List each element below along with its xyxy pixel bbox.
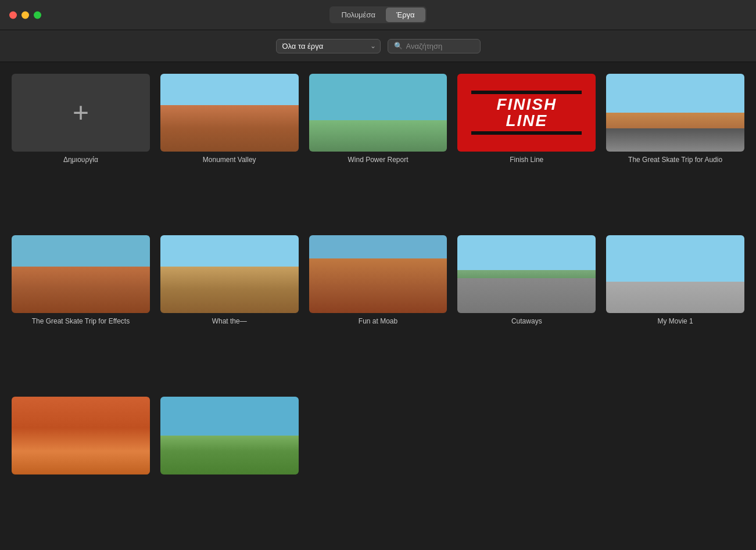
- project-thumb: [160, 235, 299, 313]
- thumb-image: [12, 235, 150, 313]
- project-great-skate-audio[interactable]: The Great Skate Trip for Audio: [606, 74, 744, 224]
- project-label: The Great Skate Trip for Effects: [32, 317, 130, 325]
- titlebar: Πολυμέσα Έργα: [0, 0, 756, 30]
- thumb-image: [457, 235, 596, 313]
- project-thumb: [606, 235, 744, 313]
- project-thumb: [160, 74, 299, 152]
- close-button[interactable]: [9, 11, 17, 19]
- project-wind-power[interactable]: Wind Power Report: [309, 74, 447, 224]
- project-thumb: [309, 235, 447, 313]
- project-what-the[interactable]: What the—: [160, 235, 299, 385]
- project-my-movie-1[interactable]: My Movie 1: [606, 235, 744, 385]
- new-project-thumb: +: [12, 74, 150, 152]
- project-label: The Great Skate Trip for Audio: [628, 156, 722, 164]
- maximize-button[interactable]: [34, 11, 41, 19]
- minimize-button[interactable]: [22, 11, 29, 19]
- project-monument-valley[interactable]: Monument Valley: [160, 74, 299, 224]
- thumb-image: FINISH LINE: [457, 74, 596, 152]
- thumb-image: [309, 235, 447, 313]
- traffic-lights: [9, 11, 41, 19]
- filter-wrapper: Όλα τα έργα: [276, 39, 381, 53]
- project-thumb: [309, 74, 447, 152]
- tab-group: Πολυμέσα Έργα: [329, 6, 426, 23]
- project-great-skate-effects[interactable]: The Great Skate Trip for Effects: [12, 235, 150, 385]
- project-label: Monument Valley: [203, 156, 256, 164]
- project-hikers[interactable]: [160, 397, 299, 538]
- tab-projects[interactable]: Έργα: [386, 8, 425, 22]
- search-box: 🔍: [388, 39, 481, 53]
- project-thumb: [160, 397, 299, 474]
- thumb-image: [12, 397, 150, 474]
- project-fun-at-moab[interactable]: Fun at Moab: [309, 235, 447, 385]
- project-thumb: [457, 235, 596, 313]
- thumb-image: [160, 74, 299, 152]
- plus-icon: +: [73, 99, 89, 127]
- project-label: My Movie 1: [657, 317, 693, 325]
- project-label: Cutaways: [511, 317, 542, 325]
- project-sculpture[interactable]: [12, 397, 150, 538]
- project-label: Finish Line: [510, 156, 543, 164]
- project-label: Fun at Moab: [359, 317, 397, 325]
- project-thumb: [606, 74, 744, 152]
- finish-bar-top: [471, 91, 582, 94]
- filter-select[interactable]: Όλα τα έργα: [276, 39, 381, 53]
- project-thumb: FINISH LINE: [457, 74, 596, 152]
- thumb-image: [309, 74, 447, 152]
- project-thumb: [12, 235, 150, 313]
- finish-bar-bottom: [471, 131, 582, 135]
- search-input[interactable]: [406, 42, 474, 51]
- project-label: What the—: [212, 317, 247, 325]
- thumb-image: [606, 235, 744, 313]
- project-label: Wind Power Report: [347, 156, 408, 164]
- thumb-image: [606, 74, 744, 152]
- thumb-image: [160, 397, 299, 474]
- toolbar: Όλα τα έργα 🔍: [0, 30, 756, 62]
- tab-media[interactable]: Πολυμέσα: [331, 8, 386, 22]
- project-thumb: [12, 397, 150, 474]
- search-icon: 🔍: [394, 42, 403, 50]
- project-finish-line[interactable]: FINISH LINE Finish Line: [457, 74, 596, 224]
- projects-grid: + Δημιουργία Monument Valley Wind Power …: [0, 62, 756, 550]
- finish-line-text1: FINISH: [496, 96, 557, 113]
- project-cutaways[interactable]: Cutaways: [457, 235, 596, 385]
- finish-line-text2: LINE: [506, 113, 547, 129]
- thumb-image: [160, 235, 299, 313]
- project-label: Δημιουργία: [63, 156, 98, 164]
- new-project-item[interactable]: + Δημιουργία: [12, 74, 150, 224]
